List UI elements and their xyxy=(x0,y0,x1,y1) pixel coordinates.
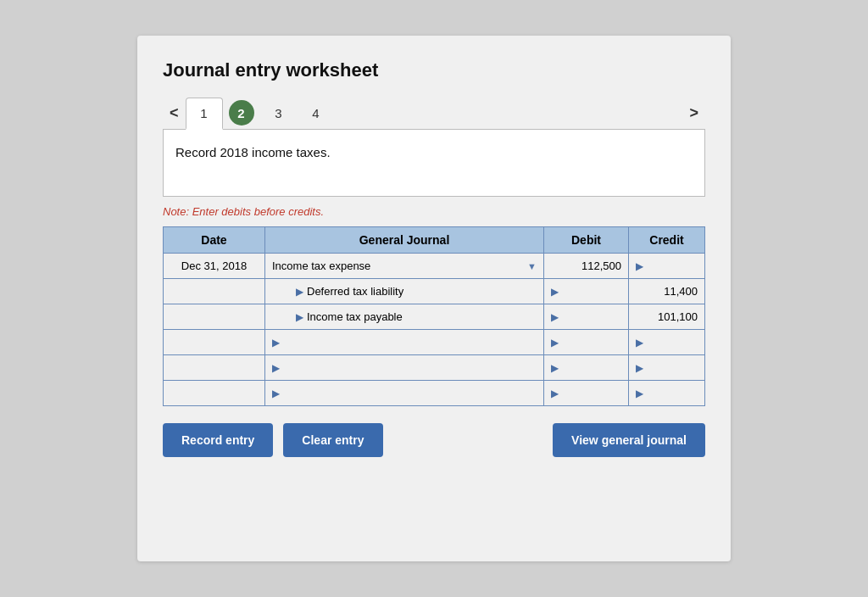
cell-debit-1: ▶ xyxy=(544,279,629,304)
record-entry-button[interactable]: Record entry xyxy=(163,423,273,457)
tab-1[interactable]: 1 xyxy=(186,98,223,130)
cell-credit-5: ▶ xyxy=(629,381,705,406)
cell-journal-3: ▶ xyxy=(265,330,544,355)
cell-journal-2[interactable]: ▶Income tax payable xyxy=(265,304,544,330)
next-arrow[interactable]: > xyxy=(682,101,705,126)
cell-credit-3: ▶ xyxy=(629,330,705,355)
cell-debit-2: ▶ xyxy=(544,304,629,330)
table-header-row: Date General Journal Debit Credit xyxy=(164,227,705,254)
cell-journal-1[interactable]: ▶Deferred tax liability xyxy=(265,279,544,304)
cell-date-4 xyxy=(164,355,265,381)
cell-date-2 xyxy=(164,304,265,330)
table-row: Dec 31, 2018Income tax expense▼112,500▶ xyxy=(164,254,705,279)
cell-journal-4: ▶ xyxy=(265,355,544,381)
cell-credit-0: ▶ xyxy=(629,254,705,279)
prev-arrow[interactable]: < xyxy=(163,101,186,126)
cell-journal-0[interactable]: Income tax expense▼ xyxy=(265,254,544,279)
table-row: ▶▶▶ xyxy=(164,330,705,355)
header-journal: General Journal xyxy=(265,227,544,254)
note-text: Note: Enter debits before credits. xyxy=(163,205,705,218)
cell-debit-3: ▶ xyxy=(544,330,629,355)
clear-entry-button[interactable]: Clear entry xyxy=(283,423,382,457)
cell-debit-5: ▶ xyxy=(544,381,629,406)
worksheet-container: Journal entry worksheet < 1 2 3 4 > Reco… xyxy=(137,36,731,561)
table-row: ▶Income tax payable▶101,100 xyxy=(164,304,705,330)
buttons-row: Record entry Clear entry View general jo… xyxy=(163,423,705,457)
cell-debit-0: 112,500 xyxy=(544,254,629,279)
table-row: ▶▶▶ xyxy=(164,355,705,381)
cell-credit-2: 101,100 xyxy=(629,304,705,330)
cell-credit-1: 11,400 xyxy=(629,279,705,304)
page-title: Journal entry worksheet xyxy=(163,59,705,81)
cell-date-1 xyxy=(164,279,265,304)
cell-debit-4: ▶ xyxy=(544,355,629,381)
table-row: ▶▶▶ xyxy=(164,381,705,406)
cell-journal-5: ▶ xyxy=(265,381,544,406)
tab-3[interactable]: 3 xyxy=(260,97,298,129)
journal-table: Date General Journal Debit Credit Dec 31… xyxy=(163,226,705,406)
header-date: Date xyxy=(164,227,265,254)
header-credit: Credit xyxy=(629,227,705,254)
cell-date-5 xyxy=(164,381,265,406)
tab-4[interactable]: 4 xyxy=(298,97,335,129)
table-row: ▶Deferred tax liability▶11,400 xyxy=(164,279,705,304)
view-general-journal-button[interactable]: View general journal xyxy=(553,423,705,457)
cell-date-3 xyxy=(164,330,265,355)
header-debit: Debit xyxy=(544,227,629,254)
cell-date-0: Dec 31, 2018 xyxy=(164,254,265,279)
description-box: Record 2018 income taxes. xyxy=(163,129,705,197)
cell-credit-4: ▶ xyxy=(629,355,705,381)
tab-2[interactable]: 2 xyxy=(223,97,260,129)
tabs-row: < 1 2 3 4 > xyxy=(163,97,705,129)
